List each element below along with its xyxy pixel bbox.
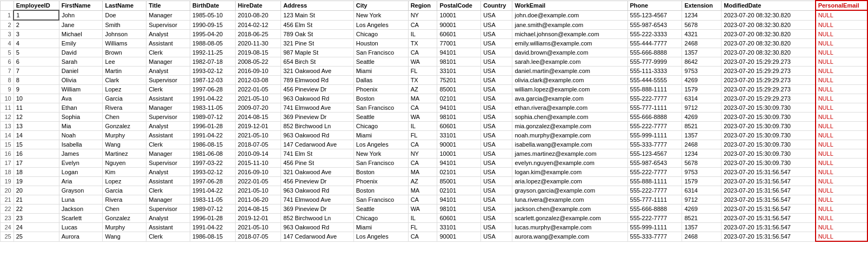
cell-region: CA (408, 140, 437, 149)
cell-employeeID: 20 (14, 186, 59, 195)
cell-region: TX (408, 76, 437, 85)
cell-title: Analyst (146, 214, 190, 223)
cell-rowNum: 7 (1, 67, 14, 76)
col-header-city[interactable]: City (353, 1, 408, 10)
cell-country: USA (481, 177, 512, 186)
table-row[interactable]: 1111EthanRiveraManager1983-11-052009-07-… (1, 103, 868, 113)
cell-employeeID: 6 (14, 57, 59, 67)
cell-city: Boston (353, 186, 408, 195)
table-row[interactable]: 2222JacksonChenSupervisor1989-07-122014-… (1, 205, 868, 214)
table-row[interactable]: 1616JamesMartinezManager1981-06-082010-0… (1, 149, 868, 159)
table-row[interactable]: 88OliviaClarkSupervisor1987-12-032012-03… (1, 76, 868, 85)
col-header-personalemail[interactable]: PersonalEmail (816, 1, 867, 10)
cell-personalEmail: NULL (816, 30, 867, 39)
table-row[interactable]: 1818LoganKimAnalyst1993-02-122016-09-103… (1, 168, 868, 177)
cell-birthDate: 1993-02-12 (190, 67, 235, 76)
cell-personalEmail: NULL (816, 131, 867, 140)
col-header-birthdate[interactable]: BirthDate (190, 1, 235, 10)
cell-title: Assistant (146, 94, 190, 103)
cell-workEmail: logan.kim@example.com (512, 168, 627, 177)
col-header-firstname[interactable]: FirstName (59, 1, 103, 10)
cell-firstName: Jane (59, 20, 103, 30)
col-header-rownum[interactable] (1, 1, 14, 10)
table-row[interactable]: 2121LunaRiveraManager1983-11-052011-06-2… (1, 195, 868, 205)
cell-workEmail: james.martinez@example.com (512, 149, 627, 159)
col-header-workemail[interactable]: WorkEmail (512, 1, 627, 10)
cell-extension: 9712 (682, 103, 722, 113)
cell-lastName: Chen (103, 205, 146, 214)
table-row[interactable]: 2424LucasMurphyAssistant1991-04-222021-0… (1, 223, 868, 232)
col-header-title[interactable]: Title (146, 1, 190, 10)
table-row[interactable]: 2323ScarlettGonzalezAnalyst1996-01-28201… (1, 214, 868, 223)
table-row[interactable]: 66SarahLeeManager1982-07-182008-05-22654… (1, 57, 868, 67)
cell-extension: 2468 (682, 39, 722, 48)
cell-address: 789 Elmwood Rd (281, 76, 354, 85)
cell-lastName: Murphy (103, 223, 146, 232)
cell-region: AZ (408, 85, 437, 94)
cell-address: 456 Elm St (281, 20, 354, 30)
cell-phone: 555-777-9999 (627, 57, 682, 67)
cell-rowNum: 21 (1, 195, 14, 205)
table-row[interactable]: 1313MiaGonzalezAnalyst1996-01-282019-12-… (1, 122, 868, 131)
cell-city: Seattle (353, 205, 408, 214)
col-header-employeeid[interactable]: EmployeeID (14, 1, 59, 10)
cell-employeeID: 23 (14, 214, 59, 223)
table-row[interactable]: 33MichaelJohnsonAnalyst1995-04-202018-06… (1, 30, 868, 39)
cell-lastName: Rivera (103, 195, 146, 205)
cell-city: Seattle (353, 57, 408, 67)
col-header-postalcode[interactable]: PostalCode (437, 1, 481, 10)
cell-personalEmail: NULL (816, 232, 867, 242)
cell-personalEmail: NULL (816, 186, 867, 195)
table-row[interactable]: 1212SophiaChenSupervisor1989-07-122014-0… (1, 113, 868, 122)
cell-workEmail: grayson.garcia@example.com (512, 186, 627, 195)
table-row[interactable]: 1919AriaLopezAssistant1997-06-282022-01-… (1, 177, 868, 186)
col-header-region[interactable]: Region (408, 1, 437, 10)
col-header-hiredate[interactable]: HireDate (236, 1, 281, 10)
cell-hireDate: 2022-01-05 (236, 177, 281, 186)
cell-postalCode: 98101 (437, 205, 481, 214)
table-row[interactable]: 44EmilyWilliamsAssistant1988-08-052020-1… (1, 39, 868, 48)
table-row[interactable]: 99WilliamLopezClerk1997-06-282022-01-054… (1, 85, 868, 94)
cell-country: USA (481, 10, 512, 20)
table-row[interactable]: 11JohnDoeManager1985-05-102010-08-20123 … (1, 10, 868, 20)
cell-rowNum: 13 (1, 122, 14, 131)
cell-rowNum: 6 (1, 57, 14, 67)
cell-workEmail: mia.gonzalez@example.com (512, 122, 627, 131)
col-header-lastname[interactable]: LastName (103, 1, 146, 10)
table-row[interactable]: 55DavidBrownClerk1992-11-252019-08-15987… (1, 48, 868, 57)
table-row[interactable]: 1515IsabellaWangClerk1986-08-152018-07-0… (1, 140, 868, 149)
cell-address: 741 Elmwood Ave (281, 103, 354, 113)
cell-modifiedDate: 2023-07-20 08:32:30.820 (722, 20, 816, 30)
col-header-address[interactable]: Address (281, 1, 354, 10)
col-header-modifieddate[interactable]: ModifiedDate (722, 1, 816, 10)
table-row[interactable]: 22JaneSmithSupervisor1990-09-152014-02-1… (1, 20, 868, 30)
table-row[interactable]: 77DanielMartinAnalyst1993-02-122016-09-1… (1, 67, 868, 76)
table-row[interactable]: 1717EvelynNguyenSupervisor1997-03-222015… (1, 159, 868, 168)
cell-birthDate: 1987-12-03 (190, 76, 235, 85)
cell-postalCode: 94101 (437, 103, 481, 113)
cell-country: USA (481, 232, 512, 242)
table-row[interactable]: 1010AvaGarciaAssistant1991-04-222021-05-… (1, 94, 868, 103)
cell-modifiedDate: 2023-07-20 08:32:30.820 (722, 30, 816, 39)
cell-lastName: Chen (103, 113, 146, 122)
cell-city: San Francisco (353, 195, 408, 205)
col-header-country[interactable]: Country (481, 1, 512, 10)
cell-phone: 555-444-7777 (627, 39, 682, 48)
col-header-extension[interactable]: Extension (682, 1, 722, 10)
cell-postalCode: 10001 (437, 149, 481, 159)
cell-workEmail: sophia.chen@example.com (512, 113, 627, 122)
cell-personalEmail: NULL (816, 177, 867, 186)
cell-workEmail: scarlett.gonzalez@example.com (512, 214, 627, 223)
col-header-phone[interactable]: Phone (627, 1, 682, 10)
table-row[interactable]: 1414NoahMurphyAssistant1991-04-222021-05… (1, 131, 868, 140)
table-row[interactable]: 2525AuroraWangClerk1986-08-152018-07-051… (1, 232, 868, 242)
cell-phone: 555-444-5555 (627, 76, 682, 85)
table-row[interactable]: 2020GraysonGarciaClerk1991-04-222021-05-… (1, 186, 868, 195)
cell-postalCode: 77001 (437, 39, 481, 48)
cell-country: USA (481, 159, 512, 168)
cell-extension: 1357 (682, 48, 722, 57)
cell-lastName: Gonzalez (103, 214, 146, 223)
cell-title: Analyst (146, 168, 190, 177)
cell-hireDate: 2010-08-20 (236, 10, 281, 20)
cell-personalEmail: NULL (816, 10, 867, 20)
